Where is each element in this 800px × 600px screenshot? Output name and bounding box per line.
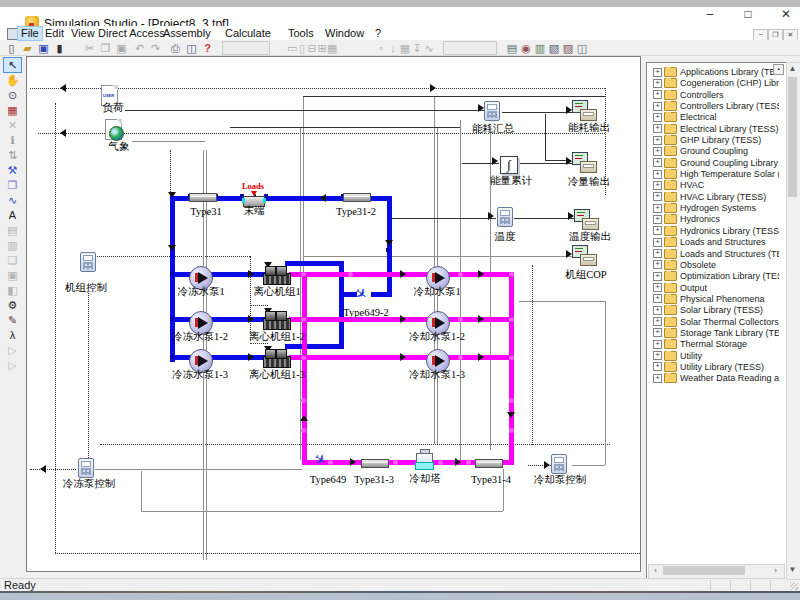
output-4-button[interactable]: ▧ <box>547 42 561 55</box>
cw-pump-control[interactable] <box>551 454 567 474</box>
expand-icon[interactable]: + <box>653 136 662 145</box>
expand-icon[interactable]: + <box>653 328 662 337</box>
expand-icon[interactable]: + <box>653 204 662 213</box>
tree-vscroll-up-button[interactable]: ▲ <box>787 63 798 75</box>
minimize-button[interactable]: – <box>696 4 724 24</box>
expand-icon[interactable]: + <box>653 147 662 156</box>
expand-icon[interactable]: + <box>653 294 662 303</box>
unit-cop-output[interactable] <box>572 245 596 265</box>
zoom-tool[interactable]: ⊙ <box>4 88 21 102</box>
expand-icon[interactable]: + <box>653 158 662 167</box>
energy-output[interactable] <box>572 100 596 120</box>
pipe-type31-4[interactable] <box>475 459 503 468</box>
menu-item-window[interactable]: Window <box>322 27 367 40</box>
tree-vscroll-thumb[interactable] <box>788 77 797 197</box>
tree-item-solar-library-tess-[interactable]: +Solar Library (TESS) <box>651 305 779 316</box>
output-1-button[interactable]: ▤ <box>505 42 519 55</box>
expand-icon[interactable]: + <box>653 90 662 99</box>
undo-button[interactable]: ↶ <box>132 42 147 55</box>
menu-item-edit[interactable]: Edit <box>42 27 67 40</box>
wave-button[interactable]: ∿ <box>423 42 435 55</box>
output-5-button[interactable]: ▨ <box>561 42 575 55</box>
expand-icon[interactable]: + <box>653 362 662 371</box>
panel-pin-button[interactable]: ▪ <box>773 64 784 75</box>
chw-pump-control[interactable] <box>78 458 94 478</box>
tile-button[interactable]: ▦ <box>327 42 337 55</box>
expand-icon[interactable]: + <box>653 340 662 349</box>
tree-item-obsolete[interactable]: +Obsolete <box>651 260 779 271</box>
expand-icon[interactable]: + <box>653 113 662 122</box>
pipe-type31[interactable] <box>189 193 217 202</box>
chilled-water-pipe[interactable] <box>285 261 343 266</box>
tree-item-thermal-storage[interactable]: +Thermal Storage <box>651 339 779 350</box>
expand-icon[interactable]: + <box>653 317 662 326</box>
pan-tool[interactable]: ✋ <box>4 73 21 87</box>
menu-item-view[interactable]: View <box>68 27 98 40</box>
plug-tool[interactable]: ◧ <box>4 283 21 297</box>
tree-item-electrical-library-tess-[interactable]: +Electrical Library (TESS) <box>651 124 779 135</box>
tree-hscroll-left-button[interactable]: ‹ <box>649 565 662 576</box>
shrink-button[interactable]: ⊟ <box>307 42 317 55</box>
tree-item-hydrogen-systems[interactable]: +Hydrogen Systems <box>651 203 779 214</box>
chilled-water-pipe[interactable] <box>285 344 343 349</box>
chiller-1-3[interactable] <box>263 348 289 366</box>
tree-item-weather-data-reading-and-processing[interactable]: +Weather Data Reading and Processing <box>651 373 779 384</box>
fit-vertical-button[interactable]: ▯ <box>297 42 307 55</box>
menu-item-direct-access[interactable]: Direct Access <box>95 27 168 40</box>
tree-item-solar-thermal-collectors[interactable]: +Solar Thermal Collectors <box>651 317 779 328</box>
cooling-output[interactable] <box>572 152 596 172</box>
tree-item-ghp-library-tess-[interactable]: +GHP Library (TESS) <box>651 135 779 146</box>
layers-tool[interactable]: ❏ <box>4 253 21 267</box>
chiller-1-2[interactable] <box>263 310 289 328</box>
tree-item-hvac[interactable]: +HVAC <box>651 180 779 191</box>
info-tool[interactable]: ℹ <box>4 133 21 147</box>
output-2-button[interactable]: ◉ <box>519 42 533 55</box>
expand-icon[interactable]: + <box>653 238 662 247</box>
tree-item-optimization-library-tess-[interactable]: +Optimization Library (TESS) <box>651 271 779 282</box>
tree-item-storage-tank-library-tess-[interactable]: +Storage Tank Library (TESS) <box>651 328 779 339</box>
tree-item-high-temperature-solar-tess-[interactable]: +High Temperature Solar (TESS) <box>651 169 779 180</box>
copy-link-tool[interactable]: ❐ <box>4 178 21 192</box>
energy-summary[interactable] <box>484 101 500 121</box>
grid-tool-2[interactable]: ▥ <box>4 238 21 252</box>
expand-icon[interactable]: + <box>653 351 662 360</box>
view-tool[interactable]: ▦ <box>4 103 21 117</box>
expand-icon[interactable]: + <box>653 192 662 201</box>
chilled-water-pipe[interactable] <box>387 196 392 297</box>
tree-item-controllers[interactable]: +Controllers <box>651 90 779 101</box>
menu-item-file[interactable]: File <box>18 27 42 40</box>
output-6-button[interactable]: ◫ <box>575 42 589 55</box>
menu-item-assembly[interactable]: Assembly <box>160 27 214 40</box>
tree-item-hvac-library-tess-[interactable]: +HVAC Library (TESS) <box>651 192 779 203</box>
parameter-tool[interactable]: ⚒ <box>4 163 21 177</box>
tree-item-loads-and-structures-tess-[interactable]: +Loads and Structures (TESS) <box>651 249 779 260</box>
expand-icon[interactable]: + <box>653 272 662 281</box>
fit-horizontal-button[interactable]: ▭ <box>287 42 297 55</box>
expand-icon[interactable]: + <box>653 215 662 224</box>
grid-tool-1[interactable]: ▤ <box>4 223 21 237</box>
expand-icon[interactable]: + <box>653 283 662 292</box>
expand-icon[interactable]: + <box>653 306 662 315</box>
chiller-1[interactable] <box>263 265 289 283</box>
expand-icon[interactable]: + <box>653 170 662 179</box>
settings-tool[interactable]: ⚙ <box>4 298 21 312</box>
unit-control[interactable] <box>80 252 96 272</box>
close-button[interactable]: ✕ <box>772 4 800 24</box>
temperature-output[interactable] <box>574 209 598 229</box>
menu-item-?[interactable]: ? <box>372 27 384 40</box>
expand-icon[interactable]: + <box>653 102 662 111</box>
maximize-button[interactable]: □ <box>734 4 762 24</box>
run-tool[interactable]: λ <box>4 328 21 342</box>
select-tool[interactable]: ↖ <box>4 58 21 72</box>
copy-button[interactable]: ❐ <box>98 42 113 55</box>
tree-item-physical-phenomena[interactable]: +Physical Phenomena <box>651 294 779 305</box>
temperature-calc[interactable] <box>497 207 513 227</box>
cut-button[interactable]: ✂ <box>82 42 97 55</box>
text-tool[interactable]: A <box>4 208 21 222</box>
cooling-tower[interactable] <box>415 449 433 469</box>
play-tool-1[interactable]: ▷ <box>4 343 21 357</box>
save-button[interactable]: ▣ <box>36 42 51 55</box>
tree-item-hydronics-library-tess-[interactable]: +Hydronics Library (TESS) <box>651 226 779 237</box>
tree-hscroll-thumb[interactable] <box>663 566 745 575</box>
play-tool-2[interactable]: ▷ <box>4 358 21 372</box>
